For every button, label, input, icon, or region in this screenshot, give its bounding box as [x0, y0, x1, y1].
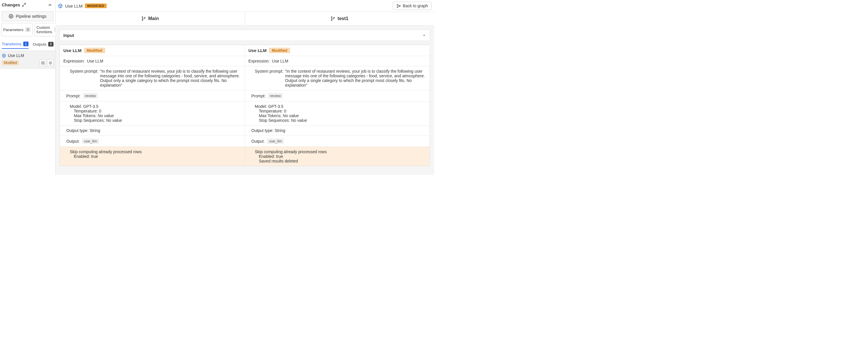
sidebar-title: Changes — [2, 2, 20, 7]
system-prompt-label: System prompt: — [255, 69, 283, 88]
expression-value: Use LLM — [272, 59, 288, 63]
tab-outputs-label: Outputs — [33, 42, 46, 46]
back-to-graph-label: Back to graph — [403, 3, 428, 8]
diff-left-prompt: Prompt: review — [60, 90, 245, 101]
prompt-label: Prompt: — [66, 94, 81, 98]
input-section-header[interactable]: Input — [60, 30, 430, 41]
changes-sidebar: Changes Pipeline settings Parameters 0 C… — [0, 0, 56, 175]
prompt-chip: review — [268, 93, 283, 99]
stop-seq-value: No value — [291, 118, 307, 123]
column-header-main: Main — [56, 12, 245, 25]
prompt-label: Prompt: — [251, 94, 266, 98]
chevron-down-icon — [422, 33, 426, 37]
tab-transforms[interactable]: Transforms 1 — [2, 41, 29, 49]
diff-left-model-block: Model:GPT-3.5 Temperature:0 Max Tokens:N… — [60, 101, 245, 125]
svg-point-24 — [331, 20, 332, 21]
tab-transforms-label: Transforms — [2, 42, 22, 46]
max-tokens-value: No value — [98, 114, 114, 118]
system-prompt-value: "In the context of restaurant reviews, y… — [100, 69, 241, 88]
output-chip: use_llm — [82, 138, 99, 144]
temperature-value: 0 — [99, 109, 101, 114]
collapse-sidebar-icon[interactable] — [48, 3, 52, 7]
transform-icon — [2, 54, 6, 58]
prompt-chip: review — [83, 93, 98, 99]
svg-line-2 — [3, 55, 4, 56]
tab-outputs[interactable]: Outputs 0 — [33, 42, 54, 49]
parameters-button[interactable]: Parameters 0 — [1, 23, 33, 36]
custom-functions-label: Custom functions — [36, 25, 52, 34]
main-header: Use LLM MODIFIED Back to graph — [56, 0, 434, 12]
compare-button[interactable] — [39, 60, 46, 66]
diff-right-system-prompt: System prompt: "In the context of restau… — [245, 66, 430, 90]
skip-label: Skip computing already processed rows — [63, 150, 241, 154]
model-value: GPT-3.5 — [268, 104, 283, 109]
skip-label: Skip computing already processed rows — [249, 150, 427, 154]
stop-seq-value: No value — [106, 118, 122, 123]
diff-left-skip-block: Skip computing already processed rows En… — [60, 147, 245, 166]
expression-value: Use LLM — [87, 59, 103, 63]
output-type-value: String — [90, 128, 100, 133]
system-prompt-value: "In the context of restaurant reviews, y… — [285, 69, 426, 88]
parameters-label: Parameters — [3, 28, 24, 32]
column-header-main-label: Main — [148, 16, 159, 21]
output-label: Output: — [66, 139, 80, 144]
diff-right-output: Output: use_llm — [245, 136, 430, 147]
diff-left-status-badge: Modified — [84, 48, 105, 53]
tab-outputs-count: 0 — [48, 42, 54, 46]
temperature-label: Temperature: — [259, 109, 283, 114]
max-tokens-label: Max Tokens: — [74, 114, 96, 118]
output-type-label: Output type: — [66, 128, 88, 133]
graph-icon — [397, 4, 401, 8]
output-chip: use_llm — [267, 138, 284, 144]
skip-saved-results: Saved results deleted — [249, 159, 427, 163]
output-type-value: String — [275, 128, 285, 133]
svg-point-25 — [334, 17, 335, 18]
pipeline-settings-button[interactable]: Pipeline settings — [2, 11, 54, 21]
max-tokens-label: Max Tokens: — [259, 114, 282, 118]
column-header-test1-label: test1 — [338, 16, 348, 21]
expression-label: Expression: — [63, 59, 85, 63]
svg-line-14 — [59, 5, 60, 6]
pipeline-settings-label: Pipeline settings — [16, 14, 46, 19]
svg-point-19 — [399, 5, 400, 6]
transform-item-name: Use LLM — [8, 53, 24, 58]
parameters-count: 0 — [25, 27, 31, 32]
transform-item-status-badge: Modified — [2, 60, 19, 65]
diff-right-status-badge: Modified — [269, 48, 290, 53]
tab-transforms-count: 1 — [23, 41, 29, 46]
svg-point-0 — [10, 16, 12, 17]
skip-enabled: Enabled: true — [63, 154, 241, 159]
transform-item-use-llm[interactable]: Use LLM Modified — [0, 51, 55, 69]
svg-marker-26 — [423, 35, 425, 36]
system-prompt-label: System prompt: — [70, 69, 98, 88]
svg-line-3 — [4, 55, 5, 56]
expression-label: Expression: — [249, 59, 270, 63]
diff-right-prompt: Prompt: review — [245, 90, 430, 101]
branch-icon — [331, 16, 335, 21]
changes-icon — [22, 3, 26, 7]
sidebar-tabs: Transforms 1 Outputs 0 Unit tests 0 — [0, 38, 55, 51]
diff-right-model-block: Model:GPT-3.5 Temperature:0 Max Tokens:N… — [245, 101, 430, 125]
model-value: GPT-3.5 — [83, 104, 98, 109]
input-section-title: Input — [63, 33, 74, 38]
locate-button[interactable] — [47, 60, 54, 66]
model-label: Model: — [255, 104, 267, 109]
input-section-card: Input — [60, 30, 430, 41]
diff-card: Use LLM Modified Use LLM Modified Expres… — [60, 44, 430, 166]
output-label: Output: — [251, 139, 265, 144]
diff-left-system-prompt: System prompt: "In the context of restau… — [60, 66, 245, 90]
back-to-graph-button[interactable]: Back to graph — [393, 2, 432, 10]
diff-right-title: Use LLM — [249, 48, 267, 53]
svg-point-22 — [144, 17, 145, 18]
diff-right-expression: Expression: Use LLM — [245, 56, 430, 66]
svg-point-20 — [142, 17, 143, 18]
branch-icon — [141, 16, 146, 21]
diff-right-skip-block: Skip computing already processed rows En… — [245, 147, 430, 166]
temperature-value: 0 — [284, 109, 286, 114]
diff-left-title: Use LLM — [63, 48, 82, 53]
diff-left-expression: Expression: Use LLM — [60, 56, 245, 66]
temperature-label: Temperature: — [74, 109, 98, 114]
diff-column-headers: Main test1 — [56, 12, 434, 26]
diff-right-output-type: Output type:String — [245, 126, 430, 135]
node-title: Use LLM — [65, 3, 83, 8]
